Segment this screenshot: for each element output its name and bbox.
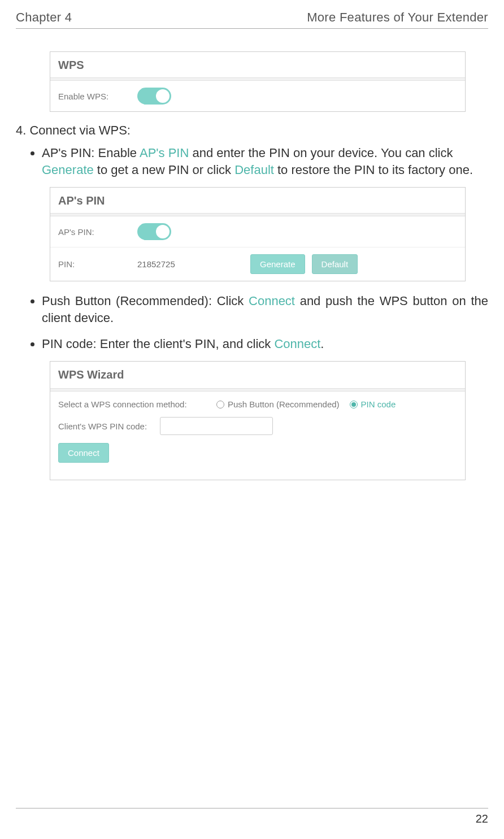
radio-pin-code-label: PIN code [361,399,396,409]
pin-value: 21852725 [137,259,216,269]
highlight-ap-pin: AP's PIN [140,146,189,160]
wps-panel: WPS Enable WPS: [50,51,466,112]
toggle-knob [156,225,170,238]
page-number: 22 [476,812,488,825]
wps-panel-title: WPS [50,52,465,77]
radio-circle-icon [216,401,224,408]
generate-button[interactable]: Generate [250,254,305,274]
client-pin-input[interactable] [160,417,273,435]
select-method-label: Select a WPS connection method: [58,399,216,409]
text-frag: PIN code: Enter the client's PIN, and cl… [42,337,274,351]
enable-wps-toggle[interactable] [137,88,171,105]
client-pin-label: Client's WPS PIN code: [58,421,160,431]
ap-pin-toggle[interactable] [137,223,171,240]
panel-divider [50,388,465,392]
text-frag: Push Button (Recommended): Click [42,294,249,308]
radio-push-button-label: Push Button (Recommended) [228,399,340,409]
radio-pin-code[interactable]: PIN code [350,399,396,409]
text-frag: AP's PIN: Enable [42,146,140,160]
ap-pin-enable-label: AP's PIN: [58,227,137,237]
text-frag: to restore the PIN to its factory one. [274,163,473,177]
text-frag: and enter the PIN on your device. You ca… [189,146,453,160]
bullet-push-button: Push Button (Recommended): Click Connect… [42,293,488,326]
step-4-heading: 4. Connect via WPS: [16,123,488,138]
bullet-ap-pin: AP's PIN: Enable AP's PIN and enter the … [42,145,488,178]
radio-circle-selected-icon [350,401,358,408]
footer-rule [16,808,488,808]
ap-pin-panel: AP's PIN AP's PIN: PIN: 21852725 Generat… [50,187,466,281]
text-frag: to get a new PIN or click [94,163,234,177]
highlight-generate: Generate [42,163,94,177]
wps-wizard-title: WPS Wizard [50,362,465,388]
highlight-connect: Connect [249,294,295,308]
enable-wps-label: Enable WPS: [58,92,137,101]
connect-button[interactable]: Connect [58,443,109,463]
header-section: More Features of Your Extender [307,10,488,25]
highlight-default: Default [234,163,274,177]
header-chapter: Chapter 4 [16,10,72,25]
toggle-knob [156,89,170,103]
pin-label: PIN: [58,259,137,269]
wps-wizard-panel: WPS Wizard Select a WPS connection metho… [50,361,466,480]
default-button[interactable]: Default [312,254,358,274]
highlight-connect: Connect [274,337,320,351]
text-frag: . [320,337,324,351]
ap-pin-panel-title: AP's PIN [50,188,465,213]
bullet-pin-code: PIN code: Enter the client's PIN, and cl… [42,336,488,353]
radio-push-button[interactable]: Push Button (Recommended) [216,399,340,409]
